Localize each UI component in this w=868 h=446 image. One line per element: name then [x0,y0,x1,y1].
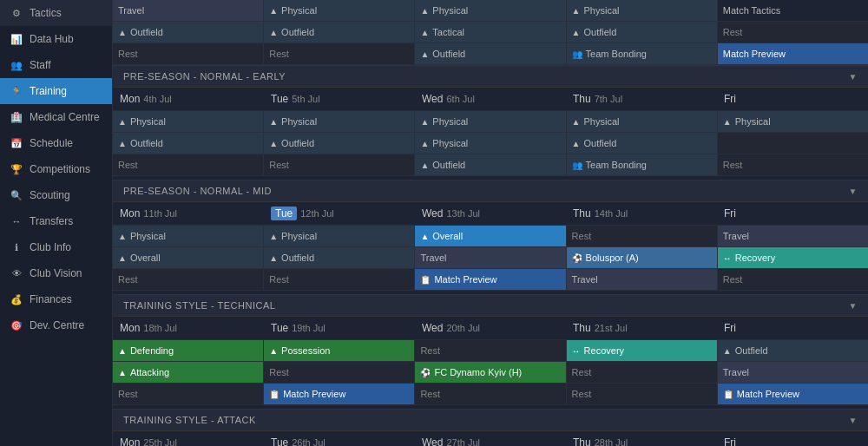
training-cell[interactable]: Travel [113,0,264,21]
training-cell[interactable]: ▲Attacking [113,362,264,383]
training-cell[interactable]: 📋Match Preview [264,384,415,404]
training-cell[interactable]: 👥Team Bonding [567,43,718,64]
training-cell[interactable]: Rest [113,269,264,290]
training-cell[interactable]: Rest [415,384,566,404]
training-cell[interactable]: ▲Physical [264,0,415,21]
sidebar-item-finances[interactable]: 💰Finances [0,286,112,312]
training-cell[interactable] [718,133,868,154]
training-cell[interactable]: ▲Physical [415,0,566,21]
training-cell[interactable]: ▲Outfield [113,133,264,154]
preseason-bar[interactable]: PRE-SEASON - NORMAL - EARLY▼ [113,65,868,88]
training-cell[interactable]: Rest [264,269,415,290]
week-section: TRAINING STYLE - ATTACK▼Mon25th JulTue26… [113,409,868,446]
training-cell[interactable]: Rest [567,384,718,404]
dropdown-arrow[interactable]: ▼ [849,187,858,196]
training-cell[interactable]: Rest [113,154,264,175]
day-column: Mon11th Jul [113,206,264,221]
sidebar-label: Scouting [30,189,70,201]
preseason-bar[interactable]: PRE-SEASON - NORMAL - MID▼ [113,180,868,202]
cell-text: Match Preview [283,389,345,399]
sidebar: ⚙Tactics📊Data Hub👥Staff🏃Training🏥Medical… [0,0,113,446]
training-cell[interactable]: ▲Outfield [415,154,566,175]
training-cell[interactable]: Rest [567,362,718,383]
sidebar-item-scouting[interactable]: 🔍Scouting [0,182,112,208]
training-cell[interactable]: Match Preview [718,43,868,64]
sidebar-item-competitions[interactable]: 🏆Competitions [0,156,112,182]
training-cell[interactable]: ▲Outfield [567,133,718,154]
sidebar-item-club-info[interactable]: ℹClub Info [0,234,112,260]
dropdown-arrow[interactable]: ▼ [849,416,858,425]
training-cell[interactable]: ▲Physical [264,226,415,246]
training-cell[interactable]: ▲Outfield [415,43,566,64]
cell-icon: ▲ [420,6,429,16]
training-cell[interactable]: ▲Outfield [718,340,868,361]
sidebar-item-schedule[interactable]: 📅Schedule [0,130,112,156]
sidebar-item-staff[interactable]: 👥Staff [0,52,112,78]
sidebar-item-tactics[interactable]: ⚙Tactics [0,0,112,26]
training-cell[interactable]: 📋Match Preview [718,384,868,404]
training-cell[interactable]: Travel [567,269,718,290]
sidebar-item-medical-centre[interactable]: 🏥Medical Centre [0,104,112,130]
training-cell[interactable]: 👥Team Bonding [567,154,718,175]
sidebar-label: Staff [30,59,50,71]
cell-icon: ▲ [118,232,127,241]
training-cell[interactable]: Rest [718,22,868,43]
training-cell[interactable]: ▲Outfield [113,22,264,43]
training-cell[interactable]: Rest [264,43,415,64]
training-cell[interactable]: ▲Physical [113,226,264,246]
sidebar-item-dev.-centre[interactable]: 🎯Dev. Centre [0,312,112,338]
cell-icon: ▲ [420,232,429,241]
training-cell[interactable]: Travel [718,362,868,383]
training-cell[interactable]: ⚽Boluspor (A) [567,247,718,268]
training-cell[interactable]: ▲Overall [415,226,566,246]
training-cell[interactable]: ▲Outfield [264,133,415,154]
training-cell[interactable]: Rest [264,154,415,175]
training-cell[interactable]: ▲Physical [264,111,415,132]
day-column: Fri [717,320,868,336]
day-name: Mon [120,207,140,220]
training-cell[interactable]: ▲Physical [415,111,566,132]
cell-text: Boluspor (A) [586,253,639,263]
training-cell[interactable]: Rest [718,154,868,175]
dropdown-arrow[interactable]: ▼ [849,72,858,82]
sidebar-icon: 📅 [10,137,23,149]
training-cell[interactable]: ▲Physical [113,111,264,132]
training-cell[interactable]: ▲Outfield [264,247,415,268]
training-cell[interactable]: Match Tactics [718,0,868,21]
day-name: Thu [573,93,591,105]
sidebar-item-club-vision[interactable]: 👁Club Vision [0,260,112,286]
training-cell[interactable]: Travel [415,247,566,268]
training-cell[interactable]: ▲Physical [718,111,868,132]
preseason-bar[interactable]: TRAINING STYLE - TECHNICAL▼ [113,294,868,317]
training-cell[interactable]: ↔Recovery [567,340,718,361]
cell-text: Physical [584,116,620,127]
training-cell[interactable]: Rest [567,226,718,246]
training-cell[interactable]: Rest [113,43,264,64]
training-cell[interactable]: ▲Physical [567,0,718,21]
training-cell[interactable]: ▲Physical [567,111,718,132]
training-cell[interactable]: ↔Recovery [718,247,868,268]
training-cell[interactable]: Rest [113,384,264,404]
training-cell[interactable]: ⚽FC Dynamo Kyiv (H) [415,362,566,383]
dropdown-arrow[interactable]: ▼ [849,301,858,311]
cell-text: Rest [118,389,138,399]
training-cell[interactable]: ▲Outfield [567,22,718,43]
training-cell[interactable]: Rest [264,362,415,383]
training-cell[interactable]: ▲Physical [415,133,566,154]
training-cell[interactable]: ▲Overall [113,247,264,268]
training-cell[interactable]: ▲Possession [264,340,415,361]
sidebar-item-data-hub[interactable]: 📊Data Hub [0,26,112,52]
training-cell[interactable]: Travel [718,226,868,246]
training-cell[interactable]: 📋Match Preview [415,269,566,290]
preseason-bar[interactable]: TRAINING STYLE - ATTACK▼ [113,409,868,431]
sidebar-item-training[interactable]: 🏃Training [0,78,112,104]
sidebar-item-transfers[interactable]: ↔Transfers [0,208,112,234]
training-cell[interactable]: ▲Tactical [415,22,566,43]
training-cell[interactable]: ▲Defending [113,340,264,361]
sidebar-label: Competitions [30,163,90,175]
preseason-label: PRE-SEASON - NORMAL - MID [123,186,272,196]
training-cell[interactable]: Rest [718,269,868,290]
training-cell[interactable]: ▲Outfield [264,22,415,43]
schedule-area[interactable]: Travel▲Physical▲Physical▲PhysicalMatch T… [113,0,868,446]
training-cell[interactable]: Rest [415,340,566,361]
